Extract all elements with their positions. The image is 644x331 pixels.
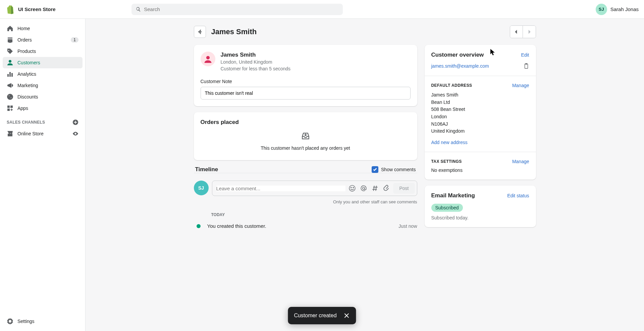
addr-company: Bean Ltd — [431, 99, 529, 106]
analytics-icon — [7, 71, 13, 77]
megaphone-icon — [7, 82, 13, 89]
edit-status-link[interactable]: Edit status — [507, 193, 529, 198]
addr-city: London — [431, 113, 529, 121]
sidebar-label: Home — [17, 26, 30, 31]
customer-tenure: Customer for less than 5 seconds — [221, 66, 291, 72]
search-box[interactable] — [131, 4, 343, 15]
timeline-title: Timeline — [195, 166, 218, 173]
subscription-sub-text: Subscribed today. — [431, 215, 529, 220]
sidebar-item-home[interactable]: Home — [3, 23, 83, 34]
svg-rect-7 — [7, 109, 10, 111]
sidebar-label: Online Store — [17, 131, 44, 136]
sidebar-label: Analytics — [17, 71, 36, 77]
hashtag-icon[interactable] — [370, 184, 380, 193]
customer-note-input[interactable] — [201, 87, 411, 100]
subscription-status-badge: Subscribed — [431, 204, 463, 212]
sidebar-item-orders[interactable]: Orders 1 — [3, 34, 83, 46]
customer-note-label: Customer Note — [201, 79, 411, 84]
gear-icon — [7, 318, 13, 325]
show-comments-label: Show comments — [381, 167, 416, 172]
discount-icon — [7, 93, 13, 100]
chevron-right-icon — [527, 30, 531, 34]
customer-location: London, United Kingdom — [221, 59, 291, 66]
sidebar-item-apps[interactable]: Apps — [3, 103, 83, 114]
edit-overview-link[interactable]: Edit — [521, 52, 529, 58]
emoji-icon[interactable] — [347, 184, 357, 193]
sidebar-item-discounts[interactable]: Discounts — [3, 91, 83, 103]
post-button[interactable]: Post — [393, 183, 415, 194]
toast-close-button[interactable] — [343, 312, 350, 319]
shopify-logo-icon — [5, 5, 15, 14]
sidebar-item-online-store[interactable]: Online Store — [3, 128, 83, 139]
svg-rect-14 — [525, 64, 528, 69]
user-menu[interactable]: SJ Sarah Jonas — [596, 4, 639, 15]
search-icon — [136, 6, 141, 12]
tax-settings-label: TAX SETTINGS — [431, 159, 462, 164]
prev-customer-button[interactable] — [510, 26, 523, 38]
timeline-event-text: You created this customer. — [207, 223, 392, 229]
orders-icon — [7, 37, 13, 43]
sidebar-label: Apps — [17, 106, 28, 111]
customer-avatar — [201, 52, 215, 66]
tag-icon — [7, 48, 13, 55]
user-name: Sarah Jonas — [610, 6, 639, 12]
svg-rect-6 — [10, 106, 13, 108]
manage-address-link[interactable]: Manage — [512, 83, 529, 88]
eye-icon[interactable] — [72, 131, 78, 137]
apps-icon — [7, 105, 13, 112]
svg-rect-3 — [11, 73, 13, 77]
add-address-link[interactable]: Add new address — [431, 140, 468, 145]
addr-country: United Kingdom — [431, 128, 529, 135]
timeline-dot-icon — [197, 224, 201, 228]
sidebar-item-marketing[interactable]: Marketing — [3, 80, 83, 91]
sales-channels-label: SALES CHANNELS — [7, 120, 45, 125]
addr-name: James Smith — [431, 91, 529, 99]
addr-street: 508 Bean Street — [431, 106, 529, 113]
add-channel-icon[interactable] — [72, 119, 78, 125]
next-customer-button[interactable] — [523, 26, 536, 38]
svg-point-13 — [363, 187, 365, 190]
toast-notification: Customer created — [288, 307, 356, 324]
sidebar-item-products[interactable]: Products — [3, 46, 83, 57]
checkbox-checked-icon — [372, 166, 378, 173]
sidebar-label: Orders — [17, 37, 32, 43]
orders-placed-title: Orders placed — [201, 119, 411, 126]
search-input[interactable] — [144, 6, 339, 12]
attachment-icon[interactable] — [382, 184, 391, 193]
manage-tax-link[interactable]: Manage — [512, 159, 529, 164]
addr-postal: N106AJ — [431, 121, 529, 128]
inbox-icon — [301, 132, 310, 140]
store-name: UI Screen Store — [18, 6, 56, 12]
person-icon — [204, 55, 212, 63]
user-avatar: SJ — [596, 4, 607, 15]
sidebar-label: Marketing — [17, 83, 38, 88]
mention-icon[interactable] — [359, 184, 368, 193]
email-marketing-title: Email Marketing — [431, 192, 475, 199]
clipboard-icon[interactable] — [523, 63, 529, 69]
svg-rect-2 — [9, 72, 11, 77]
sidebar-item-customers[interactable]: Customers — [3, 57, 83, 68]
timeline-event-time: Just now — [398, 223, 417, 229]
toast-text: Customer created — [294, 313, 336, 319]
sidebar-label: Discounts — [17, 94, 38, 100]
overview-title: Customer overview — [431, 52, 484, 58]
svg-rect-1 — [7, 74, 9, 77]
orders-badge: 1 — [71, 37, 78, 43]
person-icon — [7, 59, 13, 66]
sidebar-item-settings[interactable]: Settings — [3, 316, 83, 327]
svg-rect-5 — [7, 106, 10, 108]
comment-input[interactable] — [216, 186, 346, 191]
page-title: James Smith — [211, 27, 257, 36]
customer-email[interactable]: james.smith@example.com — [431, 63, 489, 69]
sidebar-label: Settings — [17, 319, 35, 324]
svg-point-12 — [353, 187, 354, 188]
orders-empty-text: This customer hasn't placed any orders y… — [201, 145, 411, 151]
timeline-day-label: TODAY — [211, 212, 417, 217]
show-comments-toggle[interactable]: Show comments — [372, 166, 416, 173]
svg-point-0 — [9, 60, 11, 63]
svg-point-10 — [350, 185, 356, 191]
svg-point-9 — [206, 56, 209, 59]
sidebar-label: Products — [17, 49, 36, 54]
back-button[interactable] — [194, 26, 206, 38]
sidebar-item-analytics[interactable]: Analytics — [3, 68, 83, 80]
